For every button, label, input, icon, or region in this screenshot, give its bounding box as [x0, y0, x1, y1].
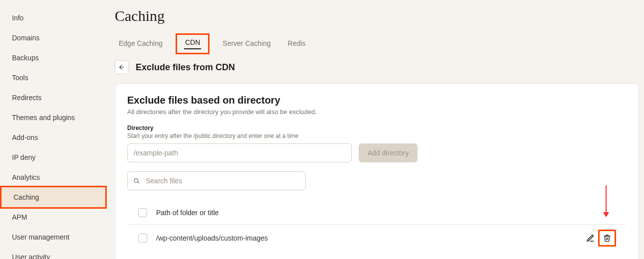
main: Caching Edge Caching CDN Server Caching … — [107, 0, 644, 259]
back-button[interactable] — [115, 60, 129, 74]
card-description: All directories after the directory you … — [127, 108, 626, 116]
tab-edge-caching[interactable]: Edge Caching — [118, 36, 164, 51]
annotation-tab-cdn: CDN — [176, 33, 210, 54]
sidebar-item-ip-deny[interactable]: IP deny — [0, 147, 107, 167]
card-title: Exclude files based on directory — [127, 95, 626, 106]
directory-input[interactable] — [127, 143, 352, 162]
row-path: /wp-content/uploads/custom-images — [156, 234, 576, 242]
pencil-icon — [586, 234, 595, 243]
annotation-trash — [598, 230, 616, 247]
sidebar-item-caching[interactable]: Caching — [1, 187, 105, 207]
sidebar-item-backups[interactable]: Backups — [0, 48, 107, 68]
tab-server-caching[interactable]: Server Caching — [221, 36, 272, 51]
directory-hint: Start your entry after the /public direc… — [127, 132, 626, 139]
row-checkbox[interactable] — [138, 234, 147, 243]
subheader-title: Exclude files from CDN — [136, 62, 235, 73]
tabs: Edge Caching CDN Server Caching Redis — [115, 36, 639, 51]
directory-label: Directory — [127, 125, 626, 131]
sidebar-item-analytics[interactable]: Analytics — [0, 167, 107, 187]
exclude-card: Exclude files based on directory All dir… — [115, 83, 639, 259]
sidebar-item-redirects[interactable]: Redirects — [0, 88, 107, 108]
arrow-left-icon — [118, 64, 125, 71]
delete-button[interactable] — [602, 233, 612, 243]
sidebar-item-apm[interactable]: APM — [0, 207, 107, 227]
svg-line-2 — [138, 182, 139, 183]
sidebar-item-user-activity[interactable]: User activity — [0, 247, 107, 259]
sidebar: Info Domains Backups Tools Redirects The… — [0, 0, 107, 259]
list-header: Path of folder or title — [127, 201, 626, 225]
list-header-label: Path of folder or title — [156, 209, 218, 217]
sidebar-item-add-ons[interactable]: Add-ons — [0, 128, 107, 147]
search-input[interactable] — [127, 171, 306, 190]
sidebar-item-themes-and-plugins[interactable]: Themes and plugins — [0, 108, 107, 128]
trash-icon — [603, 234, 611, 242]
sidebar-item-info[interactable]: Info — [0, 8, 107, 28]
annotation-sidebar-caching: Caching — [0, 186, 107, 209]
add-directory-button[interactable]: Add directory — [359, 143, 418, 162]
sidebar-item-domains[interactable]: Domains — [0, 28, 107, 48]
sidebar-item-tools[interactable]: Tools — [0, 68, 107, 88]
subheader: Exclude files from CDN — [115, 60, 639, 74]
tab-redis[interactable]: Redis — [287, 36, 307, 51]
sidebar-item-user-management[interactable]: User management — [0, 227, 107, 247]
list-row: /wp-content/uploads/custom-images — [127, 225, 626, 252]
tab-cdn[interactable]: CDN — [184, 36, 201, 49]
search-icon — [133, 178, 140, 184]
annotation-arrow — [606, 185, 607, 216]
page-title: Caching — [115, 7, 639, 24]
edit-button[interactable] — [585, 233, 595, 243]
select-all-checkbox[interactable] — [138, 208, 147, 217]
